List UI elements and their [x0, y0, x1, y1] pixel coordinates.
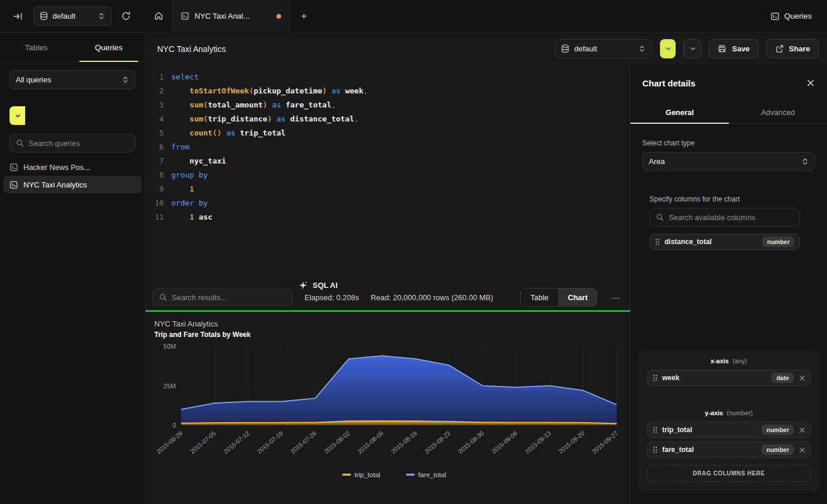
sidebar-tabs: Tables Queries — [0, 33, 145, 62]
column-name: week — [662, 374, 767, 382]
y-axis-column-trip-total[interactable]: trip_total number — [647, 422, 811, 438]
query-filter-value: All queries — [16, 75, 117, 84]
query-file-icon — [9, 163, 18, 172]
database-icon — [561, 44, 569, 53]
query-item-hacker-news[interactable]: Hacker News Pos... — [4, 158, 141, 176]
elapsed-time: Elapsed: 0.208s — [304, 293, 359, 302]
tab-advanced[interactable]: Advanced — [729, 102, 827, 123]
search-results-input[interactable] — [172, 293, 286, 302]
axis-config-card: x-axis (any) week date y-axis (number) — [638, 350, 820, 491]
remove-column-icon[interactable] — [800, 376, 805, 381]
svg-text:2015-09-20: 2015-09-20 — [557, 429, 586, 455]
available-column-distance-total[interactable]: distance_total number — [649, 234, 800, 250]
code-line: 1select — [146, 69, 630, 84]
svg-text:trip_total: trip_total — [355, 471, 380, 478]
column-type-badge: number — [762, 237, 794, 247]
panel-body: Select chart type Area Specify columns f… — [631, 139, 827, 250]
code-line: 7 nyc_taxi — [146, 154, 630, 168]
page-title: NYC Taxi Analytics — [157, 44, 226, 54]
chart-view-button[interactable]: Chart — [558, 289, 597, 306]
remove-column-icon[interactable] — [800, 447, 805, 453]
tab-general[interactable]: General — [631, 102, 729, 123]
query-file-icon — [181, 12, 189, 20]
new-tab-button[interactable]: + — [290, 0, 318, 33]
svg-text:2015-09-13: 2015-09-13 — [524, 429, 552, 455]
svg-text:2015-07-19: 2015-07-19 — [255, 429, 284, 455]
column-name: fare_total — [662, 446, 757, 454]
column-type-badge: number — [762, 425, 794, 435]
share-button[interactable]: Share — [766, 39, 819, 58]
code-line: 3 sum(total_amount) as fare_total, — [146, 98, 630, 112]
remove-column-icon[interactable] — [800, 427, 805, 433]
save-button[interactable]: Save — [709, 39, 758, 58]
tab-tables[interactable]: Tables — [0, 33, 72, 61]
sql-editor[interactable]: 1select2 toStartOfWeek(pickup_datetime) … — [146, 64, 630, 284]
run-split-button: Run — [660, 39, 676, 58]
svg-text:2015-06-28: 2015-06-28 — [155, 429, 184, 455]
new-query-dropdown-button[interactable] — [9, 106, 25, 125]
queries-button[interactable]: Queries — [770, 12, 812, 21]
search-columns-input[interactable] — [669, 213, 794, 222]
drop-zone[interactable]: DRAG COLUMNS HERE — [647, 465, 811, 482]
search-queries-input[interactable] — [29, 139, 129, 148]
main-area: NYC Taxi Analytics default — [146, 33, 827, 504]
chart-title: NYC Taxi Analytics — [154, 319, 218, 328]
sidebar-collapse-icon[interactable] — [13, 11, 23, 22]
code-line: 9 1 — [146, 182, 630, 196]
code-line: 5 count() as trip_total — [146, 126, 630, 140]
run-dropdown-button[interactable] — [660, 39, 676, 58]
drag-handle-icon[interactable] — [655, 238, 660, 245]
svg-text:2015-07-12: 2015-07-12 — [222, 429, 251, 455]
search-icon — [159, 293, 167, 301]
code-line: 11 1 asc — [146, 210, 630, 224]
tab-queries[interactable]: Queries — [72, 33, 145, 61]
panel-title: Chart details — [642, 78, 695, 88]
svg-text:50M: 50M — [164, 343, 176, 350]
svg-text:2015-09-27: 2015-09-27 — [590, 429, 619, 455]
app: default NYC Taxi Anal... + — [0, 0, 827, 504]
search-columns-box — [649, 208, 800, 227]
panel-header: Chart details — [631, 64, 827, 88]
y-axis-column-fare-total[interactable]: fare_total number — [647, 442, 811, 458]
search-icon — [16, 139, 24, 147]
query-item-nyc-taxi[interactable]: NYC Taxi Analytics — [4, 176, 141, 193]
column-type-badge: date — [771, 373, 794, 383]
svg-text:2015-08-16: 2015-08-16 — [390, 429, 418, 455]
chart-type-select[interactable]: Area — [642, 152, 815, 171]
table-view-button[interactable]: Table — [521, 289, 558, 306]
queries-icon — [770, 12, 780, 21]
svg-text:fare_total: fare_total — [418, 471, 447, 478]
search-icon — [656, 213, 664, 221]
svg-text:25M: 25M — [164, 383, 176, 390]
queries-button-label: Queries — [784, 12, 812, 20]
database-icon — [40, 12, 48, 20]
column-name: trip_total — [662, 426, 757, 434]
svg-text:2015-07-05: 2015-07-05 — [189, 429, 217, 455]
query-filter-select[interactable]: All queries — [9, 70, 136, 89]
refresh-icon[interactable] — [121, 11, 131, 21]
home-tab[interactable] — [145, 0, 172, 33]
columns-label: Specify columns for the chart — [649, 195, 800, 203]
chart-area: NYC Taxi Analytics Trip and Fare Totals … — [146, 312, 630, 504]
close-icon[interactable] — [807, 79, 814, 86]
sql-ai-dropdown-button[interactable] — [684, 40, 701, 58]
run-database-selector[interactable]: default — [555, 39, 652, 58]
svg-text:0: 0 — [172, 422, 176, 429]
chevron-updown-icon — [122, 75, 129, 84]
chart-details-panel: Chart details General Advanced Select ch… — [630, 64, 827, 504]
view-toggle: Table Chart — [520, 288, 597, 307]
tab-nyc-taxi-analytics[interactable]: NYC Taxi Anal... — [172, 0, 290, 33]
drag-handle-icon[interactable] — [653, 446, 658, 453]
x-axis-column-week[interactable]: week date — [647, 370, 811, 386]
drag-handle-icon[interactable] — [653, 374, 658, 381]
database-selector[interactable]: default — [33, 6, 112, 26]
more-options-icon[interactable]: ∙∙∙ — [611, 293, 621, 303]
drag-handle-icon[interactable] — [653, 426, 658, 433]
query-item-label: NYC Taxi Analytics — [23, 180, 87, 189]
query-item-label: Hacker News Pos... — [23, 163, 90, 172]
query-list: Hacker News Pos... NYC Taxi Analytics — [0, 158, 145, 193]
sql-ai-split-button: SQL AI — [683, 39, 701, 58]
sidebar: Tables Queries All queries + New query — [0, 33, 146, 504]
chevron-updown-icon — [98, 12, 105, 20]
panel-tabs: General Advanced — [631, 102, 827, 124]
